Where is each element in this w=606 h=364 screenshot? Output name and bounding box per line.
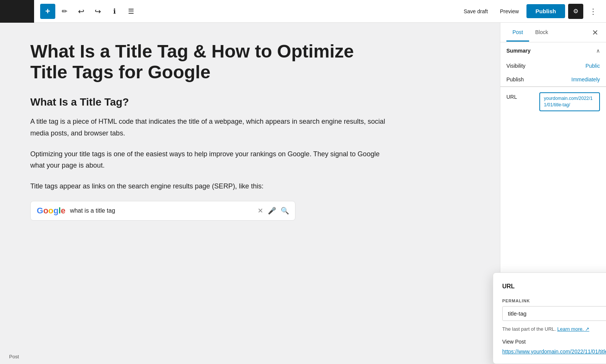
toolbar: + ✏ ↩ ↪ ℹ ☰ Save draft Preview Publish ⚙… — [0, 0, 606, 23]
more-options-button[interactable]: ⋮ — [586, 5, 600, 17]
summary-section: Summary ∧ Visibility Public Publish Imme… — [500, 42, 606, 87]
visibility-row: Visibility Public — [500, 59, 606, 73]
paragraph-3[interactable]: Title tags appear as links on the search… — [30, 180, 386, 192]
redo-button[interactable]: ↪ — [90, 4, 105, 19]
url-popup: URL ✕ PERMALINK The last part of the URL… — [493, 272, 606, 364]
toolbar-right: Save draft Preview Publish ⚙ ⋮ — [459, 4, 600, 19]
google-logo: Google — [37, 206, 66, 216]
visibility-value[interactable]: Public — [586, 63, 600, 69]
add-block-button[interactable]: + — [40, 4, 55, 19]
chevron-up-icon: ∧ — [596, 48, 600, 54]
google-search-text: what is a title tag — [70, 207, 253, 214]
settings-button[interactable]: ⚙ — [568, 4, 583, 19]
full-url-link[interactable]: https://www.yourdomain.com/2022/11/01/ti… — [502, 348, 606, 355]
publish-value[interactable]: Immediately — [572, 76, 600, 82]
url-sidebar-label: URL — [506, 92, 517, 100]
learn-more-link[interactable]: Learn more. ↗ — [557, 326, 589, 332]
undo-button[interactable]: ↩ — [73, 4, 89, 19]
google-search-icon[interactable]: 🔍 — [281, 207, 289, 215]
permalink-input[interactable] — [502, 306, 606, 321]
post-label: Post — [9, 354, 19, 359]
pen-icon-button[interactable]: ✏ — [57, 4, 72, 19]
url-value-box[interactable]: yourdomain.com/2022/11/01/title-tag/ — [539, 92, 600, 111]
publish-row: Publish Immediately — [500, 73, 606, 86]
tab-block[interactable]: Block — [529, 24, 554, 42]
permalink-label: PERMALINK — [502, 299, 606, 303]
google-search-bar: Google what is a title tag ✕ 🎤 🔍 — [30, 201, 295, 221]
visibility-label: Visibility — [506, 63, 525, 69]
url-hint: The last part of the URL. Learn more. ↗ — [502, 325, 606, 333]
paragraph-2[interactable]: Optimizing your title tags is one of the… — [30, 148, 386, 171]
editor-area: What Is a Title Tag & How to Optimize Ti… — [0, 23, 500, 364]
sidebar-tabs: Post Block ✕ — [500, 23, 606, 42]
info-button[interactable]: ℹ — [107, 4, 122, 19]
url-row: URL yourdomain.com/2022/11/01/title-tag/ — [506, 92, 600, 111]
summary-title: Summary — [506, 48, 531, 54]
url-popup-header: URL ✕ — [502, 282, 606, 291]
toolbar-left: + ✏ ↩ ↪ ℹ ☰ — [40, 4, 458, 19]
post-title[interactable]: What Is a Title Tag & How to Optimize Ti… — [30, 41, 386, 82]
publish-label: Publish — [506, 76, 524, 82]
list-view-button[interactable]: ☰ — [123, 4, 139, 19]
black-box — [0, 0, 34, 23]
tab-post[interactable]: Post — [506, 24, 529, 42]
sidebar-close-button[interactable]: ✕ — [590, 26, 600, 39]
main-area: What Is a Title Tag & How to Optimize Ti… — [0, 23, 606, 364]
url-panel-sidebar: URL yourdomain.com/2022/11/01/title-tag/ — [500, 87, 606, 117]
section1-heading[interactable]: What Is a Title Tag? — [30, 96, 386, 108]
view-post-label: View Post — [502, 339, 606, 345]
paragraph-1[interactable]: A title tag is a piece of HTML code that… — [30, 116, 386, 139]
editor-content: What Is a Title Tag & How to Optimize Ti… — [30, 41, 386, 221]
save-draft-button[interactable]: Save draft — [459, 5, 492, 17]
summary-header[interactable]: Summary ∧ — [500, 42, 606, 59]
url-popup-title: URL — [502, 283, 515, 290]
preview-button[interactable]: Preview — [495, 5, 523, 17]
sidebar: Post Block ✕ Summary ∧ Visibility Public… — [500, 23, 606, 364]
url-hint-text: The last part of the URL. — [502, 326, 556, 332]
google-mic-icon[interactable]: 🎤 — [268, 207, 276, 215]
publish-button[interactable]: Publish — [526, 4, 565, 18]
google-clear-icon[interactable]: ✕ — [258, 207, 263, 215]
